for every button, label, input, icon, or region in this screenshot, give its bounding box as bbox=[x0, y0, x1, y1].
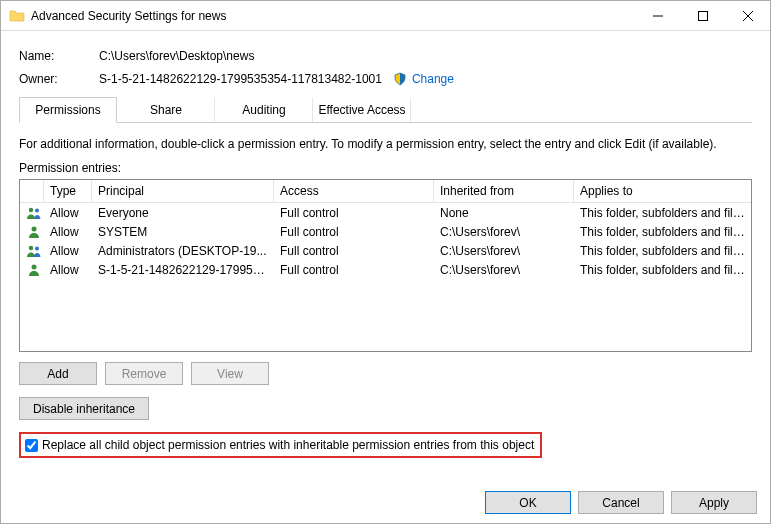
cell-type: Allow bbox=[44, 261, 92, 279]
column-applies[interactable]: Applies to bbox=[574, 180, 751, 202]
cell-inherited: None bbox=[434, 204, 574, 222]
cell-access: Full control bbox=[274, 261, 434, 279]
cell-inherited: C:\Users\forev\ bbox=[434, 261, 574, 279]
cell-inherited: C:\Users\forev\ bbox=[434, 242, 574, 260]
cell-principal: S-1-5-21-1482622129-179953... bbox=[92, 261, 274, 279]
table-row[interactable]: AllowEveryoneFull controlNoneThis folder… bbox=[20, 203, 751, 222]
window-controls bbox=[635, 1, 770, 30]
tab-permissions[interactable]: Permissions bbox=[19, 97, 117, 123]
column-access[interactable]: Access bbox=[274, 180, 434, 202]
table-row[interactable]: AllowS-1-5-21-1482622129-179953...Full c… bbox=[20, 260, 751, 279]
svg-point-7 bbox=[29, 245, 33, 249]
column-inherited[interactable]: Inherited from bbox=[434, 180, 574, 202]
people-icon bbox=[20, 242, 44, 260]
ok-button[interactable]: OK bbox=[485, 491, 571, 514]
cell-access: Full control bbox=[274, 204, 434, 222]
owner-label: Owner: bbox=[19, 72, 99, 86]
column-type[interactable]: Type bbox=[44, 180, 92, 202]
svg-point-5 bbox=[35, 208, 39, 212]
table-row[interactable]: AllowSYSTEMFull controlC:\Users\forev\Th… bbox=[20, 222, 751, 241]
window-title: Advanced Security Settings for news bbox=[31, 9, 635, 23]
remove-button: Remove bbox=[105, 362, 183, 385]
titlebar: Advanced Security Settings for news bbox=[1, 1, 770, 31]
people-icon bbox=[20, 204, 44, 222]
column-principal[interactable]: Principal bbox=[92, 180, 274, 202]
folder-icon bbox=[9, 8, 25, 24]
replace-child-entries-label: Replace all child object permission entr… bbox=[42, 438, 534, 452]
replace-child-entries-checkbox[interactable] bbox=[25, 439, 38, 452]
permission-entries-grid[interactable]: Type Principal Access Inherited from App… bbox=[19, 179, 752, 352]
cell-principal: Everyone bbox=[92, 204, 274, 222]
owner-row: Owner: S-1-5-21-1482622129-1799535354-11… bbox=[19, 71, 752, 87]
person-icon bbox=[20, 223, 44, 241]
cell-applies: This folder, subfolders and files bbox=[574, 261, 751, 279]
cell-applies: This folder, subfolders and files bbox=[574, 204, 751, 222]
instruction-text: For additional information, double-click… bbox=[19, 137, 752, 151]
name-label: Name: bbox=[19, 49, 99, 63]
apply-button[interactable]: Apply bbox=[671, 491, 757, 514]
cell-principal: SYSTEM bbox=[92, 223, 274, 241]
disable-inheritance-button[interactable]: Disable inheritance bbox=[19, 397, 149, 420]
cell-access: Full control bbox=[274, 223, 434, 241]
cell-applies: This folder, subfolders and files bbox=[574, 242, 751, 260]
tab-share[interactable]: Share bbox=[117, 97, 215, 122]
svg-point-9 bbox=[32, 264, 37, 269]
permission-entries-label: Permission entries: bbox=[19, 161, 752, 175]
svg-point-8 bbox=[35, 246, 39, 250]
cancel-button[interactable]: Cancel bbox=[578, 491, 664, 514]
cell-applies: This folder, subfolders and files bbox=[574, 223, 751, 241]
name-row: Name: C:\Users\forev\Desktop\news bbox=[19, 49, 752, 63]
maximize-button[interactable] bbox=[680, 1, 725, 30]
svg-rect-1 bbox=[698, 11, 707, 20]
person-icon bbox=[20, 261, 44, 279]
cell-type: Allow bbox=[44, 242, 92, 260]
cell-access: Full control bbox=[274, 242, 434, 260]
owner-value: S-1-5-21-1482622129-1799535354-117813482… bbox=[99, 72, 382, 86]
view-button: View bbox=[191, 362, 269, 385]
close-button[interactable] bbox=[725, 1, 770, 30]
cell-type: Allow bbox=[44, 223, 92, 241]
replace-child-entries-row: Replace all child object permission entr… bbox=[19, 432, 542, 458]
cell-principal: Administrators (DESKTOP-19... bbox=[92, 242, 274, 260]
grid-header: Type Principal Access Inherited from App… bbox=[20, 180, 751, 203]
dialog-footer: OK Cancel Apply bbox=[485, 491, 757, 514]
minimize-button[interactable] bbox=[635, 1, 680, 30]
cell-type: Allow bbox=[44, 204, 92, 222]
cell-inherited: C:\Users\forev\ bbox=[434, 223, 574, 241]
tabs: Permissions Share Auditing Effective Acc… bbox=[19, 97, 752, 123]
name-value: C:\Users\forev\Desktop\news bbox=[99, 49, 254, 63]
shield-icon bbox=[392, 71, 408, 87]
add-button[interactable]: Add bbox=[19, 362, 97, 385]
table-row[interactable]: AllowAdministrators (DESKTOP-19...Full c… bbox=[20, 241, 751, 260]
change-owner-link[interactable]: Change bbox=[412, 72, 454, 86]
svg-point-4 bbox=[29, 207, 33, 211]
tab-auditing[interactable]: Auditing bbox=[215, 97, 313, 122]
grid-body: AllowEveryoneFull controlNoneThis folder… bbox=[20, 203, 751, 279]
tab-effective-access[interactable]: Effective Access bbox=[313, 97, 411, 122]
svg-point-6 bbox=[32, 226, 37, 231]
column-icon bbox=[20, 180, 44, 202]
